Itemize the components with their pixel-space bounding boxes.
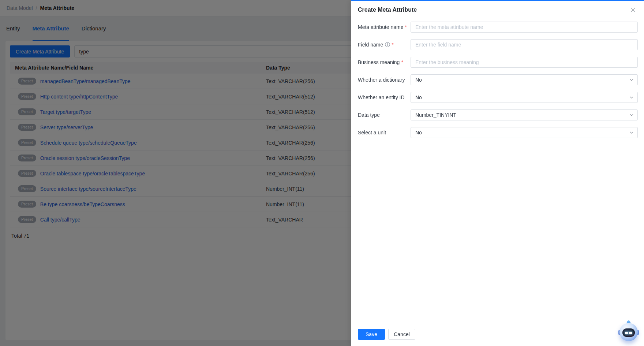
info-icon xyxy=(385,42,390,47)
meta-attribute-name-input[interactable] xyxy=(411,22,638,33)
required-mark: * xyxy=(401,59,403,65)
form-row-whether-dictionary: Whether a dictionary No xyxy=(358,74,638,85)
chevron-down-icon xyxy=(629,130,634,135)
chevron-down-icon xyxy=(629,113,634,117)
create-meta-attribute-drawer: Create Meta Attribute Meta attribute nam… xyxy=(351,0,644,346)
field-name-input[interactable] xyxy=(411,39,638,50)
data-type-select[interactable]: Number_TINYINT xyxy=(411,109,638,120)
required-mark: * xyxy=(405,24,407,30)
business-meaning-input[interactable] xyxy=(411,57,638,68)
drawer-footer: Save Cancel xyxy=(358,329,415,340)
field-label: Field name xyxy=(358,42,383,48)
chevron-down-icon xyxy=(629,78,634,82)
required-mark: * xyxy=(392,42,393,48)
whether-entity-id-select[interactable]: No xyxy=(411,92,638,103)
select-value: No xyxy=(415,130,422,135)
field-label: Data type xyxy=(358,112,380,118)
drawer-form: Meta attribute name * Field name * Busin… xyxy=(351,19,644,138)
form-row-field-name: Field name * xyxy=(358,39,638,50)
robot-visor xyxy=(622,328,635,337)
field-label: Whether a dictionary xyxy=(358,77,405,83)
chevron-down-icon xyxy=(629,95,634,100)
select-value: No xyxy=(415,77,422,83)
unit-select[interactable]: No xyxy=(411,127,638,138)
field-label: Whether an entity ID xyxy=(358,94,405,100)
form-row-data-type: Data type Number_TINYINT xyxy=(358,109,638,120)
cancel-button[interactable]: Cancel xyxy=(388,329,415,340)
save-button[interactable]: Save xyxy=(358,329,385,340)
field-label: Meta attribute name xyxy=(358,24,404,30)
field-label: Select a unit xyxy=(358,130,386,135)
field-label: Business meaning xyxy=(358,59,400,65)
form-row-select-unit: Select a unit No xyxy=(358,127,638,138)
form-row-business-meaning: Business meaning * xyxy=(358,57,638,68)
select-value: Number_TINYINT xyxy=(415,112,456,118)
assistant-robot-icon[interactable] xyxy=(618,320,639,342)
form-row-whether-entity-id: Whether an entity ID No xyxy=(358,92,638,103)
whether-dictionary-select[interactable]: No xyxy=(411,74,638,85)
select-value: No xyxy=(415,94,422,100)
drawer-header: Create Meta Attribute xyxy=(351,1,644,19)
robot-eye xyxy=(629,332,632,334)
form-row-meta-attribute-name: Meta attribute name * xyxy=(358,22,638,33)
drawer-title: Create Meta Attribute xyxy=(358,7,417,13)
close-icon[interactable] xyxy=(629,6,637,14)
robot-eye xyxy=(625,332,628,334)
